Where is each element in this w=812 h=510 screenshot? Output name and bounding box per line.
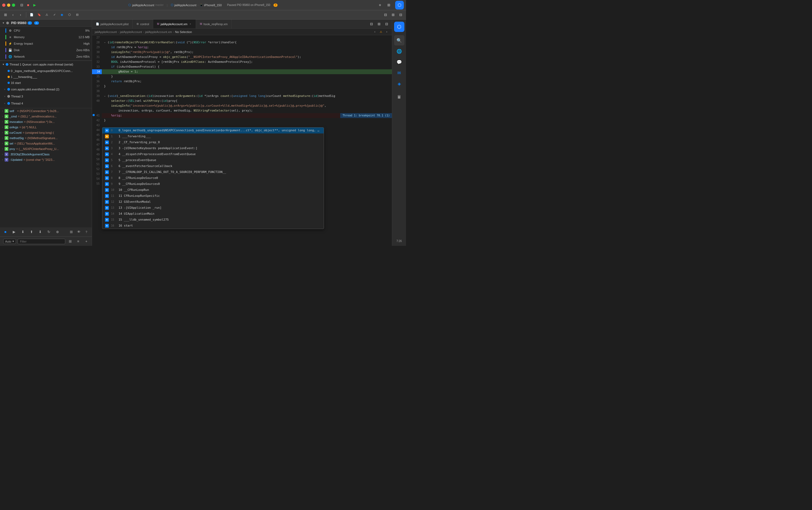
bc-warn-button[interactable]: ⚠ [378,29,383,34]
tab-plist[interactable]: 📄 jailAppleAccount.plist [92,20,133,28]
ac-item-5[interactable]: ◉ 5 5 __processEventQueue [102,157,324,163]
jailxm-tab-close[interactable]: × [188,23,192,26]
help-button[interactable]: ? [83,229,90,235]
thread1-frame1[interactable]: 1 ___forwarding___ [7,74,92,80]
run-button[interactable]: ▶ [31,2,38,8]
bc-next-button[interactable]: › [384,29,389,34]
thread3-header[interactable]: › Thread 3 [0,93,92,100]
minimap-button[interactable]: ⊟ [397,12,404,18]
var-bsobjc[interactable]: › V ::BSObjCBlockArgumentClass [0,151,92,157]
ac-item-15[interactable]: ◉ 15 15 ___lldb_unnamed_symbol275 [102,217,324,223]
report-button[interactable]: ⊟ [74,12,80,18]
var-invocation[interactable]: › A invocation = (NSInvocation *) 0x... [0,119,92,124]
vscode-icon-button[interactable]: ◈ [394,79,404,89]
jailxm-tab-label: jailAppleAccount.xm [161,23,187,26]
minimize-button[interactable] [7,3,10,7]
warning-button[interactable]: ⚠ [44,12,50,18]
grid-icon-button[interactable]: ⊞ [2,12,9,18]
ac-item-3[interactable]: ◉ 3 3 -[UIRemoteKeyboards peekApplicatio… [102,145,324,151]
ac-item-4[interactable]: ◉ 4 4 __dispatchPreprocessedEventFromEve… [102,151,324,157]
related-files-button[interactable]: ⊞ [376,21,382,27]
ac-item-14[interactable]: ◉ 14 14 UIApplicationMain [102,211,324,217]
nav-forward-button[interactable]: › [17,12,24,18]
standard-editor-button[interactable]: ⊟ [382,12,389,18]
bc-prev-button[interactable]: ‹ [372,29,377,34]
hookreq-tab-icon: M [200,23,202,25]
filter-add-button[interactable]: + [83,238,90,245]
test-button[interactable]: ✓ [51,12,58,18]
layout-button[interactable]: ⊞ [385,2,392,8]
ac-item-16[interactable]: ◉ 16 16 start [102,223,324,229]
var-methodsig[interactable]: › A methodSig = (NSMethodSignature... [0,135,92,141]
thread2-header[interactable]: › com.apple.uikit.eventfetch-thread (2) [0,86,92,93]
thread1-frame0[interactable]: 0 _logos_method$_ungrouped$NSXPCConn... [7,68,92,74]
sidebar-toggle-button[interactable]: ⊟ [19,2,25,8]
auto-select-dropdown[interactable]: Auto ▾ [3,239,16,244]
var-orargs[interactable]: › A orArgs = (id *) NULL [0,124,92,130]
step-down-button[interactable]: ⬇ [37,229,43,235]
step-out-button[interactable]: ⬆ [28,229,35,235]
nav-back-button[interactable]: ‹ [10,12,16,18]
canvas-button[interactable]: ⊞ [390,12,396,18]
var-curcount[interactable]: › A curCount = (unsigned long long) ( [0,130,92,135]
filter-mode-button[interactable]: ≡ [75,238,82,245]
editor-layout-button[interactable]: ⊟ [383,21,390,27]
ac-item-13[interactable]: ◉ 13 13 -[UIApplication _run] [102,205,324,211]
thread1-header[interactable]: ▼ Thread 1 Queue: com.apple.main-thread … [0,61,92,68]
ac-item-0[interactable]: ◉ 0 0_logos_method$_ungrouped$NSXPCConne… [102,128,324,134]
autocomplete-dropdown[interactable]: ◉ 0 0_logos_method$_ungrouped$NSXPCConne… [102,127,324,229]
bc-item2[interactable]: jailAppleAccount [120,30,142,34]
ac-item-11[interactable]: ◉ 11 11 CFRunLoopRunSpecific [102,193,324,199]
code-area[interactable]: 27 28 - (id)remoteObjectProxyWithErrorHa… [92,35,392,246]
filter-input[interactable] [18,239,65,244]
ac-item-6[interactable]: ◉ 6 6 __eventFetcherSourceCallback [102,163,324,169]
add-expr-button[interactable]: ⊕ [54,229,61,235]
ac-item-9[interactable]: ◉ 9 9 __CFRunLoopDoSources0 [102,181,324,187]
thread4-header[interactable]: › Thread 4 [0,100,92,107]
add-button[interactable]: + [377,2,383,8]
device-tab[interactable]: 📱 iPhone8_150 [200,3,222,7]
ac-item-2[interactable]: ◉ 2 2 _CF_forwarding_prep_0 [102,139,324,145]
simulator-icon-button[interactable]: 🔍 [394,35,404,46]
app-icon[interactable]: ⬡ [395,1,404,9]
bc-item3[interactable]: jailAppleAccount.xm [145,30,172,34]
step-over-button[interactable]: ▶ [11,229,17,235]
step-into-button[interactable]: ⬇ [20,229,26,235]
xcode-icon-button[interactable]: ⬡ [394,22,404,32]
bookmark-button[interactable]: 🔖 [36,12,42,18]
ac-item-12[interactable]: ◉ 12 12 GSEventRunModal [102,199,324,205]
var-cmd[interactable]: › A _cmd = (SEL) "_sendInvocation:o... [0,114,92,119]
var-sel[interactable]: › A sel = (SEL) "focusApplicationWit... [0,141,92,146]
ac-item-1[interactable]: ◉ 1 1 ___forwarding___ [102,134,324,139]
filter-options-button[interactable]: ⊞ [67,238,74,245]
view-menu-button[interactable]: ⊞ [68,229,75,235]
debug-button[interactable]: ◉ [59,12,65,18]
bc-item1[interactable]: jailAppleAccount [95,30,117,34]
ac-item-7[interactable]: ◉ 7 7 __CFRUNLOOP_IS_CALLING_OUT_TO_A_SO… [102,169,324,175]
breakpoints-button[interactable]: ⬡ [66,12,73,18]
ac-item-8[interactable]: ◉ 8 8 __CFRunLoopDoSource0 [102,175,324,181]
messages-icon-button[interactable]: 💬 [394,57,404,67]
ac-item-10[interactable]: ◉ 10 10 __CFRunLoopRun [102,187,324,193]
deref-button[interactable]: ↻ [46,229,52,235]
stop-button[interactable]: ■ [25,2,31,8]
file-explorer-button[interactable]: 📄 [28,12,35,18]
safari-icon-button[interactable]: 🌐 [394,46,404,56]
var-prxy[interactable]: › A prxy = (__NSXPCInterfaceProxy_U... [0,146,92,151]
code-line-30: 30 iosLogInfo("rmtObjPrx=%{public}@", rm… [92,50,392,55]
continue-button[interactable]: ■ [2,229,9,235]
split-editor-button[interactable]: ⊟ [368,21,375,27]
disk-value: Zero KB/s [76,49,90,52]
eye-button[interactable]: 👁 [76,229,82,235]
var-self[interactable]: › A self = (NSXPCConnection *) 0x28... [0,108,92,114]
maximize-button[interactable] [12,3,15,7]
account-tab[interactable]: ⬡ jailAppleAccount [171,3,196,7]
var-updated[interactable]: › V ::Updated = (const char *) "2023... [0,157,92,163]
close-button[interactable] [2,3,5,7]
tab-control[interactable]: ⚙ control [133,20,153,28]
mail-icon-button[interactable]: ✉ [394,68,404,78]
calculator-icon-button[interactable]: 🖩 [394,92,404,102]
thread1-frame16[interactable]: 16 start [7,80,92,86]
tab-jailxm[interactable]: M jailAppleAccount.xm × [153,20,196,28]
tab-hookreq[interactable]: M hook_reqResp.xm [196,20,232,28]
